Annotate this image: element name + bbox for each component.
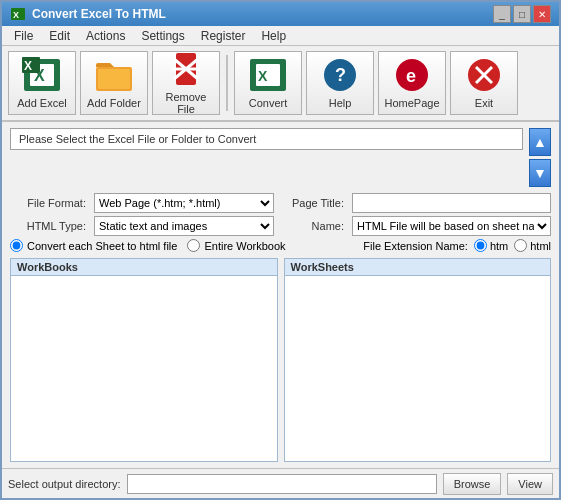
convert-icon: X [248,57,288,93]
svg-text:?: ? [335,65,346,85]
file-format-select[interactable]: Web Page (*.htm; *.html) CSV XML [94,193,274,213]
main-window: X Convert Excel To HTML _ □ ✕ File Edit … [0,0,561,500]
home-icon: e [392,57,432,93]
workbooks-body[interactable] [10,275,278,462]
excel-icon: X X [22,57,62,93]
ext-html-label: html [530,240,551,252]
remove-file-label: Remove File [157,91,215,115]
exit-label: Exit [475,97,493,109]
up-arrow-button[interactable]: ▲ [529,128,551,156]
info-bar: Please Select the Excel File or Folder t… [10,128,523,150]
radio-htm[interactable] [474,239,487,252]
add-excel-label: Add Excel [17,97,67,109]
remove-file-button[interactable]: Remove File [152,51,220,115]
radio-entire-workbook-label: Entire Workbook [204,240,285,252]
svg-rect-8 [98,69,130,89]
down-arrow-button[interactable]: ▼ [529,159,551,187]
add-folder-button[interactable]: Add Folder [80,51,148,115]
app-icon: X [10,6,26,22]
toolbar: X X Add Excel Add Folder [2,46,559,122]
html-type-row: HTML Type: Static text and images Dynami… [10,216,551,236]
file-format-row: File Format: Web Page (*.htm; *.html) CS… [10,193,551,213]
file-format-label: File Format: [10,197,90,209]
output-dir-label: Select output directory: [8,478,121,490]
workbooks-panel: WorkBooks [10,258,278,462]
menu-edit[interactable]: Edit [41,27,78,45]
convert-button[interactable]: X Convert [234,51,302,115]
menu-help[interactable]: Help [253,27,294,45]
menu-bar: File Edit Actions Settings Register Help [2,26,559,46]
menu-file[interactable]: File [6,27,41,45]
name-select[interactable]: HTML File will be based on sheet name Cu… [352,216,551,236]
menu-actions[interactable]: Actions [78,27,133,45]
minimize-button[interactable]: _ [493,5,511,23]
page-title-label: Page Title: [278,197,348,209]
add-excel-button[interactable]: X X Add Excel [8,51,76,115]
exit-icon [464,57,504,93]
radio-each-sheet-label: Convert each Sheet to html file [27,240,177,252]
worksheets-body[interactable] [284,275,552,462]
svg-text:X: X [13,10,19,20]
radio-extension-row: Convert each Sheet to html file Entire W… [10,239,551,252]
title-bar: X Convert Excel To HTML _ □ ✕ [2,2,559,26]
info-text: Please Select the Excel File or Folder t… [19,133,256,145]
menu-register[interactable]: Register [193,27,254,45]
main-content: Please Select the Excel File or Folder t… [2,122,559,468]
html-type-select[interactable]: Static text and images Dynamic [94,216,274,236]
folder-icon [94,57,134,93]
help-button[interactable]: ? Help [306,51,374,115]
toolbar-separator-1 [226,55,228,111]
add-folder-label: Add Folder [87,97,141,109]
title-bar-left: X Convert Excel To HTML [10,6,166,22]
remove-icon [166,51,206,87]
convert-label: Convert [249,97,288,109]
browse-button[interactable]: Browse [443,473,502,495]
extension-section: File Extension Name: htm html [363,239,551,252]
homepage-label: HomePage [384,97,439,109]
split-area: WorkBooks WorkSheets [10,258,551,462]
radio-each-sheet[interactable] [10,239,23,252]
ext-html-group: html [514,239,551,252]
svg-text:X: X [258,68,268,84]
output-dir-input[interactable] [127,474,437,494]
workbooks-header: WorkBooks [10,258,278,275]
worksheets-panel: WorkSheets [284,258,552,462]
worksheets-header: WorkSheets [284,258,552,275]
info-section: Please Select the Excel File or Folder t… [10,128,551,187]
radio-group-1: Convert each Sheet to html file [10,239,177,252]
extension-label: File Extension Name: [363,240,468,252]
bottom-bar: Select output directory: Browse View [2,468,559,498]
arrow-panel: ▲ ▼ [529,128,551,187]
ext-htm-label: htm [490,240,508,252]
close-button[interactable]: ✕ [533,5,551,23]
window-controls: _ □ ✕ [493,5,551,23]
html-type-label: HTML Type: [10,220,90,232]
radio-group-2: Entire Workbook [187,239,285,252]
page-title-input[interactable] [352,193,551,213]
view-button[interactable]: View [507,473,553,495]
radio-html[interactable] [514,239,527,252]
ext-htm-group: htm [474,239,508,252]
help-label: Help [329,97,352,109]
menu-settings[interactable]: Settings [133,27,192,45]
homepage-button[interactable]: e HomePage [378,51,446,115]
maximize-button[interactable]: □ [513,5,531,23]
radio-entire-workbook[interactable] [187,239,200,252]
form-rows: File Format: Web Page (*.htm; *.html) CS… [10,193,551,252]
up-arrow-icon: ▲ [533,134,547,150]
help-icon: ? [320,57,360,93]
exit-button[interactable]: Exit [450,51,518,115]
svg-text:e: e [406,66,416,86]
svg-text:X: X [24,59,32,73]
name-label: Name: [278,220,348,232]
down-arrow-icon: ▼ [533,165,547,181]
window-title: Convert Excel To HTML [32,7,166,21]
